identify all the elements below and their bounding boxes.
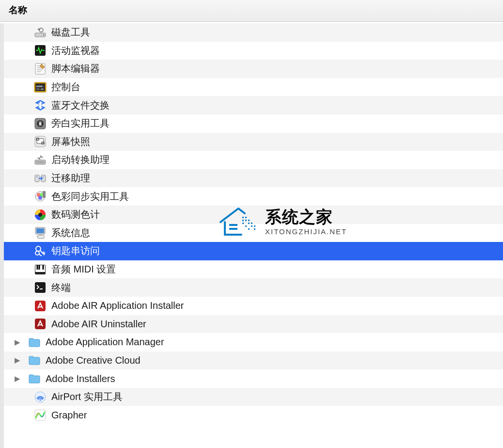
column-header[interactable]: 名称 [0, 0, 503, 22]
list-item[interactable]: ▶AirPort 实用工具 [4, 388, 503, 406]
svg-point-29 [38, 213, 42, 217]
bluetooth-icon [34, 99, 47, 112]
svg-point-51 [40, 399, 41, 400]
svg-rect-44 [39, 265, 40, 270]
svg-rect-27 [43, 191, 46, 198]
list-item[interactable]: ▶数码测色计 [4, 206, 503, 224]
left-margin [0, 23, 4, 448]
list-item[interactable]: ▶WARN!17:36控制台 [4, 78, 503, 96]
item-label: Adobe Creative Cloud [46, 355, 141, 366]
svg-rect-31 [36, 228, 44, 233]
console-icon: WARN!17:36 [34, 81, 47, 94]
keychain-icon [34, 245, 47, 257]
disclosure-triangle-icon[interactable]: ▶ [15, 374, 28, 383]
svg-text:17:36: 17:36 [36, 88, 44, 91]
script-editor-icon [34, 63, 47, 75]
list-item[interactable]: ▶蓝牙文件交换 [4, 96, 503, 114]
folder-icon [28, 336, 41, 349]
list-item[interactable]: ▶Adobe AIR Uninstaller [4, 315, 503, 334]
item-label: Grapher [51, 410, 87, 421]
item-label: 钥匙串访问 [51, 244, 100, 257]
activity-monitor-icon [34, 44, 47, 57]
disclosure-triangle-icon[interactable]: ▶ [15, 338, 28, 347]
svg-rect-34 [38, 235, 44, 239]
svg-rect-45 [43, 265, 44, 270]
item-label: 系统信息 [51, 226, 90, 240]
list-item[interactable]: ▶音频 MIDI 设置 [4, 260, 503, 279]
svg-point-12 [39, 122, 42, 125]
screenshot-icon [34, 135, 47, 148]
item-label: 屏幕快照 [51, 135, 90, 148]
svg-rect-14 [37, 139, 44, 144]
list-item[interactable]: ▶启动转换助理 [4, 151, 503, 169]
list-item[interactable]: ▶Adobe AIR Application Installer [4, 297, 503, 315]
grapher-icon [34, 409, 47, 421]
item-label: 色彩同步实用工具 [51, 190, 129, 203]
item-label: AirPort 实用工具 [51, 390, 123, 403]
airport-icon [34, 391, 47, 403]
system-info-icon [34, 226, 47, 239]
item-label: 控制台 [51, 80, 80, 94]
list-item[interactable]: ▶系统信息 [4, 224, 503, 242]
svg-rect-46 [35, 282, 46, 293]
adobe-air-icon [34, 300, 47, 312]
item-label: 蓝牙文件交换 [51, 99, 110, 112]
file-list: ▶磁盘工具▶活动监视器▶脚本编辑器▶WARN!17:36控制台▶蓝牙文件交换▶旁… [4, 23, 503, 448]
list-item[interactable]: ▶Grapher [4, 406, 503, 424]
item-label: 启动转换助理 [51, 153, 110, 166]
terminal-icon [34, 281, 47, 294]
list-item[interactable]: ▶活动监视器 [4, 42, 503, 60]
list-item[interactable]: ▶迁移助理 [4, 169, 503, 188]
item-label: Adobe Installers [46, 373, 115, 384]
audio-midi-icon [34, 263, 47, 276]
list-item[interactable]: ▶旁白实用工具 [4, 114, 503, 133]
item-label: 脚本编辑器 [51, 62, 100, 75]
svg-point-2 [39, 28, 43, 32]
disk-utility-icon [34, 26, 47, 39]
list-item[interactable]: ▶钥匙串访问 [4, 242, 503, 260]
list-item[interactable]: ▶屏幕快照 [4, 133, 503, 151]
list-item[interactable]: ▶脚本编辑器 [4, 60, 503, 78]
svg-rect-19 [35, 175, 39, 182]
folder-icon [28, 354, 41, 367]
adobe-air-un-icon [34, 318, 47, 330]
item-label: 数码测色计 [51, 208, 100, 221]
svg-point-26 [38, 196, 42, 200]
svg-point-1 [43, 34, 45, 35]
item-label: Adobe AIR Application Installer [51, 300, 184, 311]
svg-point-21 [36, 176, 37, 177]
list-item[interactable]: ▶磁盘工具 [4, 23, 503, 42]
list-item[interactable]: ▶Adobe Installers [4, 369, 503, 388]
bootcamp-icon [34, 154, 47, 166]
item-label: 活动监视器 [51, 44, 100, 57]
list-item[interactable]: ▶Adobe Application Manager [4, 333, 503, 352]
disclosure-triangle-icon[interactable]: ▶ [15, 356, 28, 365]
list-item[interactable]: ▶Adobe Creative Cloud [4, 352, 503, 370]
digital-color-icon [34, 208, 47, 221]
item-label: 终端 [51, 281, 71, 294]
svg-point-22 [43, 176, 44, 177]
item-label: 迁移助理 [51, 172, 90, 185]
item-label: 磁盘工具 [51, 26, 90, 39]
list-item[interactable]: ▶终端 [4, 278, 503, 297]
item-label: 音频 MIDI 设置 [51, 263, 116, 276]
migration-icon [34, 172, 47, 185]
list-item[interactable]: ▶色彩同步实用工具 [4, 187, 503, 206]
svg-rect-18 [36, 161, 45, 163]
colorsync-icon [34, 190, 47, 203]
item-label: Adobe AIR Uninstaller [51, 319, 146, 330]
folder-icon [28, 372, 41, 385]
item-label: Adobe Application Manager [46, 336, 164, 348]
item-label: 旁白实用工具 [51, 117, 110, 130]
svg-rect-43 [37, 265, 38, 270]
column-header-name: 名称 [9, 5, 27, 15]
voiceover-icon [34, 117, 47, 130]
